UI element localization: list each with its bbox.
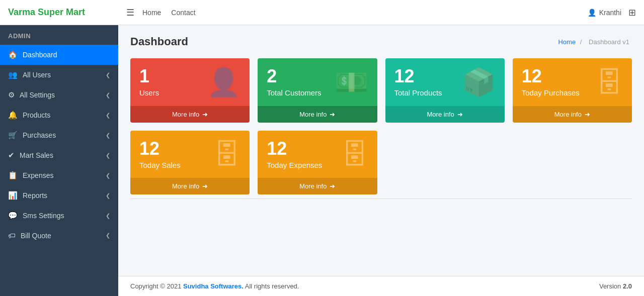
grid-icon[interactable]: ⊞ [628,7,636,18]
users-count: 1 [139,67,159,85]
purchases-more-info[interactable]: More info ➜ [513,106,632,123]
nav-contact[interactable]: Contact [171,9,195,17]
sidebar-item-purchases[interactable]: 🛒 Purchases ❮ [0,125,118,145]
sidebar-item-sms-settings[interactable]: 💬 Sms Settings ❮ [0,206,118,226]
breadcrumb: Home / Dashboard v1 [558,38,632,46]
customers-more-info[interactable]: More info ➜ [258,106,377,123]
products-card-icon: 📦 [462,66,496,98]
bill-icon: 🏷 [8,231,16,240]
page-title: Dashboard [130,35,188,48]
sidebar-label-bill-quote: Bill Quote [21,232,51,240]
sidebar-item-reports[interactable]: 📊 Reports ❮ [0,185,118,206]
arrow-icon: ➜ [330,182,335,190]
nav-links: Home Contact [142,9,196,17]
user-menu[interactable]: 👤 Kranthi [588,9,621,17]
products-more-info[interactable]: More info ➜ [385,106,505,123]
settings-icon: ⚙ [8,90,15,100]
sidebar-label-products: Products [23,111,50,119]
cards-row-2: 12 Today Sales 🗄 More info ➜ 12 [130,131,632,194]
chevron-icon: ❮ [106,192,110,199]
breadcrumb-home[interactable]: Home [558,38,576,46]
chevron-icon: ❮ [106,92,110,98]
page-footer: Copyright © 2021 Suvidha Softwares. All … [118,276,644,296]
sales-more-info[interactable]: More info ➜ [130,178,250,194]
user-icon: 👤 [588,9,596,17]
sidebar-item-mart-sales[interactable]: ✔ Mart Sales ❮ [0,145,118,165]
page-header: Dashboard Home / Dashboard v1 [130,35,632,48]
nav-right: 👤 Kranthi ⊞ [588,7,636,18]
expenses-more-info[interactable]: More info ➜ [258,178,377,194]
section-divider [130,199,632,199]
sidebar-label-dashboard: Dashboard [23,51,57,59]
sidebar-label-purchases: Purchases [23,131,56,139]
sidebar-item-dashboard[interactable]: 🏠 Dashboard [0,45,118,65]
expenses-icon: 📋 [8,171,18,180]
mart-sales-icon: ✔ [8,151,15,160]
card-today-purchases: 12 Today Purchases 🗄 More info ➜ [513,58,632,123]
nav-home[interactable]: Home [142,9,161,17]
reports-icon: 📊 [8,191,18,200]
sidebar-label-expenses: Expenses [23,171,53,179]
purchases-label: Today Purchases [522,88,580,97]
purchases-count: 12 [522,67,580,85]
chevron-icon: ❮ [106,132,110,139]
users-more-info[interactable]: More info ➜ [130,106,250,123]
footer-copyright: Copyright © 2021 Suvidha Softwares. All … [130,282,299,290]
username: Kranthi [599,9,621,17]
expenses-card-icon: 🗄 [341,139,368,170]
chevron-icon: ❮ [106,232,110,239]
sidebar-item-all-users[interactable]: 👥 All Users ❮ [0,65,118,85]
sidebar-item-all-settings[interactable]: ⚙ All Settings ❮ [0,85,118,105]
sidebar-label-reports: Reports [23,191,47,200]
dashboard-icon: 🏠 [8,50,18,59]
users-icon: 👥 [8,70,18,79]
brand-name: Varma Super Mart [8,7,126,18]
sidebar: Admin 🏠 Dashboard 👥 All Users ❮ ⚙ All Se… [0,25,118,296]
products-icon: 🔔 [8,111,18,120]
sales-card-icon: 🗄 [213,139,240,170]
sidebar-item-bill-quote[interactable]: 🏷 Bill Quote ❮ [0,226,118,245]
card-total-customers: 2 Total Customers 💵 More info ➜ [258,58,377,123]
sales-count: 12 [139,140,181,158]
products-label: Total Products [394,88,442,97]
chevron-icon: ❮ [106,72,110,78]
expenses-label: Today Expenses [267,161,322,169]
main-layout: Admin 🏠 Dashboard 👥 All Users ❮ ⚙ All Se… [0,25,644,296]
customers-label: Total Customers [267,88,321,97]
card-today-expenses: 12 Today Expenses 🗄 More info ➜ [258,131,377,194]
sidebar-item-expenses[interactable]: 📋 Expenses ❮ [0,165,118,185]
footer-version: Version 2.0 [599,282,632,290]
chevron-icon: ❮ [106,172,110,179]
card-today-sales: 12 Today Sales 🗄 More info ➜ [130,131,250,194]
sales-label: Today Sales [139,161,181,169]
chevron-icon: ❮ [106,112,110,119]
arrow-icon: ➜ [202,182,208,190]
arrow-icon: ➜ [202,111,208,118]
breadcrumb-current: Dashboard v1 [589,38,629,46]
chevron-icon: ❮ [106,213,110,219]
arrow-icon: ➜ [585,111,590,118]
purchases-icon: 🛒 [8,131,18,140]
customers-count: 2 [267,67,321,85]
purchases-card-icon: 🗄 [596,67,623,98]
cards-row-1: 1 Users 👤 More info ➜ 2 [130,58,632,123]
sidebar-admin-label: Admin [0,25,118,45]
menu-toggle-icon[interactable]: ☰ [126,7,134,18]
breadcrumb-separator: / [580,38,582,46]
main-content: Dashboard Home / Dashboard v1 1 Users [118,25,644,276]
footer-company-link[interactable]: Suvidha Softwares. [183,282,244,290]
users-card-icon: 👤 [207,66,240,98]
sidebar-label-mart-sales: Mart Sales [20,151,53,159]
customers-card-icon: 💵 [335,66,368,98]
arrow-icon: ➜ [330,111,335,118]
sidebar-label-all-users: All Users [23,71,51,79]
sms-icon: 💬 [8,211,18,220]
top-navbar: Varma Super Mart ☰ Home Contact 👤 Kranth… [0,0,644,25]
sidebar-label-all-settings: All Settings [20,91,55,99]
card-total-products: 12 Total Products 📦 More info ➜ [385,58,505,123]
chevron-icon: ❮ [106,152,110,159]
users-label: Users [139,88,159,97]
sidebar-item-products[interactable]: 🔔 Products ❮ [0,105,118,125]
arrow-icon: ➜ [457,111,463,118]
card-users: 1 Users 👤 More info ➜ [130,58,250,123]
